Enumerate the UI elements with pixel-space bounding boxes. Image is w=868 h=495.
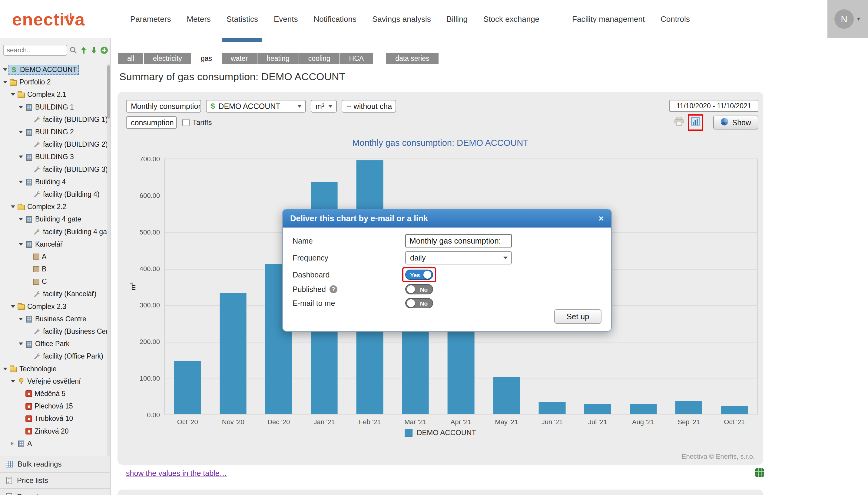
tree-item-facility-building-4[interactable]: facility (Building 4): [0, 188, 107, 201]
nav-item-facility-management[interactable]: Facility management: [564, 0, 653, 38]
tree-item-complex-2-3[interactable]: Complex 2.3: [0, 301, 107, 313]
tree-item-facility-office-park[interactable]: facility (Office Park): [0, 350, 107, 362]
bar-aug-21[interactable]: [630, 404, 657, 414]
tree-item-content[interactable]: BUILDING 2: [24, 127, 75, 137]
tree-expander-icon[interactable]: [19, 243, 24, 246]
nav-item-statistics[interactable]: Statistics: [219, 0, 266, 38]
bar-jun-21[interactable]: [539, 402, 566, 414]
tree-item-office-park[interactable]: Office Park: [0, 338, 107, 350]
tree-item-plechov-15[interactable]: Plechová 15: [0, 400, 107, 412]
tree-item-content[interactable]: Trubková 10: [24, 414, 74, 424]
tree-item-content[interactable]: Business Centre: [24, 314, 87, 324]
deliver-chart-icon[interactable]: [691, 117, 700, 128]
tree-item-a[interactable]: A: [0, 438, 107, 450]
tree-item-content[interactable]: Complex 2.2: [16, 202, 67, 212]
user-menu[interactable]: N ▼: [828, 0, 868, 38]
bar-oct-20[interactable]: [174, 361, 201, 414]
bar-sep-21[interactable]: [675, 401, 702, 414]
tree-item-content[interactable]: BUILDING 1: [24, 102, 75, 112]
tree-item-content[interactable]: Building 4: [24, 177, 67, 187]
tree-item-content[interactable]: Office Park: [24, 339, 70, 349]
date-range-input[interactable]: [669, 100, 758, 112]
tab-electricity[interactable]: electricity: [144, 53, 191, 64]
tree-item-content[interactable]: facility (Building 4): [32, 189, 101, 199]
bar-jul-21[interactable]: [584, 404, 611, 414]
bar-nov-20[interactable]: [219, 293, 247, 414]
tree-item-a[interactable]: A: [0, 251, 107, 263]
sidebar-scrollbar[interactable]: [107, 64, 110, 456]
tree-item-portfolio-2[interactable]: Portfolio 2: [0, 76, 107, 88]
interval-select[interactable]: Monthly consumption: [126, 100, 201, 113]
tree-item-facility-building-1[interactable]: facility (BUILDING 1): [0, 114, 107, 126]
change-select[interactable]: -- without cha: [342, 100, 396, 113]
tree-item-business-centre[interactable]: Business Centre: [0, 313, 107, 325]
tab-heating[interactable]: heating: [258, 53, 298, 64]
dashboard-toggle[interactable]: Yes: [405, 270, 433, 280]
tree-item-ve-ejn-osv-tlen[interactable]: Veřejné osvětlení: [0, 375, 107, 388]
metric-select[interactable]: consumption: [126, 116, 177, 129]
tree-item-c[interactable]: C: [0, 275, 107, 288]
tree-item-facility-building-4-gate[interactable]: facility (Building 4 gate): [0, 225, 107, 238]
tree-item-content[interactable]: A: [16, 439, 33, 449]
tree-item-content[interactable]: Kancelář: [24, 239, 64, 249]
tree-expander-icon[interactable]: [19, 342, 24, 345]
bar-may-21[interactable]: [493, 377, 520, 414]
tree-item-content[interactable]: BUILDING 3: [24, 152, 75, 162]
tariffs-checkbox[interactable]: [182, 119, 190, 126]
tree-item-content[interactable]: A: [32, 252, 48, 262]
tree-item-trubkov-10[interactable]: Trubková 10: [0, 412, 107, 425]
tree-item-content[interactable]: $DEMO ACCOUNT: [9, 65, 79, 75]
tree-item-content[interactable]: Veřejné osvětlení: [16, 376, 82, 386]
tree-expander-icon[interactable]: [19, 155, 24, 158]
show-table-link[interactable]: show the values in the table…: [126, 469, 227, 478]
tree-item-building-3[interactable]: BUILDING 3: [0, 151, 107, 163]
published-toggle[interactable]: No: [405, 284, 433, 294]
tree-item-content[interactable]: Building 4 gate: [24, 214, 82, 224]
tree-item-facility-kancel[interactable]: facility (Kancelář): [0, 288, 107, 300]
search-icon[interactable]: [69, 46, 78, 55]
entity-select[interactable]: $ DEMO ACCOUNT: [206, 100, 306, 113]
dialog-header[interactable]: Deliver this chart by e-mail or a link ×: [283, 209, 611, 227]
tree-item-content[interactable]: Portfolio 2: [9, 77, 52, 87]
tab-hca[interactable]: HCA: [340, 53, 373, 64]
tab-water[interactable]: water: [222, 53, 257, 64]
nav-item-billing[interactable]: Billing: [439, 0, 475, 38]
tree-item-content[interactable]: C: [32, 276, 48, 287]
tree-item-content[interactable]: facility (BUILDING 2): [32, 139, 107, 150]
tree-item-content[interactable]: facility (BUILDING 3): [32, 164, 107, 175]
avatar[interactable]: N: [834, 10, 854, 29]
tree-item-building-2[interactable]: BUILDING 2: [0, 126, 107, 138]
nav-item-notifications[interactable]: Notifications: [306, 0, 364, 38]
tree-item-demo-account[interactable]: $DEMO ACCOUNT: [0, 64, 107, 76]
nav-item-meters[interactable]: Meters: [179, 0, 218, 38]
nav-item-stock-exchange[interactable]: Stock exchange: [475, 0, 547, 38]
tree-item-content[interactable]: Technologie: [9, 364, 58, 374]
tree-expander-icon[interactable]: [11, 441, 16, 446]
nav-item-savings-analysis[interactable]: Savings analysis: [364, 0, 439, 38]
tree-expander-icon[interactable]: [19, 181, 24, 183]
tree-item-b[interactable]: B: [0, 263, 107, 275]
add-node-icon[interactable]: [100, 46, 109, 55]
tree-item-complex-2-2[interactable]: Complex 2.2: [0, 201, 107, 213]
search-input[interactable]: [3, 45, 67, 56]
tree-item-content[interactable]: B: [32, 264, 48, 274]
tree-expander-icon[interactable]: [3, 68, 9, 71]
tree-expander-icon[interactable]: [11, 380, 16, 383]
tree-expander-icon[interactable]: [11, 205, 16, 208]
tree-item-content[interactable]: Plechová 15: [24, 401, 74, 411]
tree-item-content[interactable]: Complex 2.3: [16, 301, 67, 312]
unit-select[interactable]: m³: [311, 100, 337, 113]
tree-item-building-4-gate[interactable]: Building 4 gate: [0, 213, 107, 225]
close-icon[interactable]: ×: [599, 214, 604, 223]
tree-item-kancel[interactable]: Kancelář: [0, 238, 107, 251]
tree-item-content[interactable]: facility (Kancelář): [32, 289, 98, 299]
help-icon[interactable]: ?: [329, 285, 338, 293]
expand-all-icon[interactable]: [79, 46, 88, 55]
email-toggle[interactable]: No: [405, 298, 433, 308]
nav-item-events[interactable]: Events: [266, 0, 306, 38]
tree-expander-icon[interactable]: [19, 218, 24, 221]
tree-expander-icon[interactable]: [19, 106, 24, 109]
tree-expander-icon[interactable]: [19, 318, 24, 320]
tab-data-series[interactable]: data series: [386, 53, 439, 64]
tree-item-facility-building-2[interactable]: facility (BUILDING 2): [0, 138, 107, 151]
